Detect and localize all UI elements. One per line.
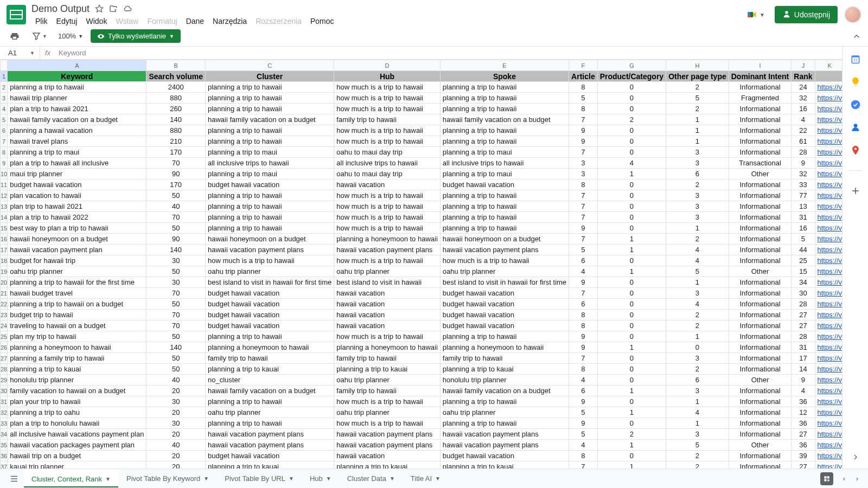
cell[interactable]: Informational <box>729 353 792 364</box>
cell[interactable]: Informational <box>729 418 792 429</box>
cell[interactable]: planning a trip to hawaii <box>206 331 334 342</box>
cell[interactable]: budget trip to hawaii <box>8 310 146 320</box>
cell[interactable]: 25 <box>792 255 815 266</box>
cell[interactable]: 1 <box>666 114 729 125</box>
cell[interactable]: hawaii vacation <box>334 179 440 190</box>
cell[interactable]: https://v <box>815 234 842 245</box>
cell[interactable]: planning a trip to hawaii <box>206 136 334 147</box>
cell[interactable]: https://v <box>815 114 842 125</box>
cell[interactable]: Other <box>729 440 792 451</box>
cell[interactable]: 4 <box>569 266 598 277</box>
menu-extensions[interactable]: Rozszerzenia <box>252 16 305 27</box>
cell[interactable]: 31 <box>792 212 815 223</box>
cell[interactable]: oahu trip planner <box>206 407 334 418</box>
cell[interactable]: 0 <box>597 364 666 375</box>
chevron-down-icon[interactable]: ▼ <box>435 476 441 481</box>
sheet-tab[interactable]: Cluster, Context, Rank▼ <box>24 470 119 487</box>
cell[interactable]: 4 <box>569 375 598 386</box>
cell[interactable]: 9 <box>569 277 598 288</box>
cell[interactable]: 90 <box>146 169 206 179</box>
cell[interactable]: 0 <box>597 255 666 266</box>
cell[interactable]: 16 <box>792 223 815 234</box>
row-header[interactable]: 3 <box>1 93 8 104</box>
cell[interactable]: how much is a trip to hawaii <box>334 331 440 342</box>
cell[interactable]: 5 <box>666 93 729 104</box>
cell[interactable]: 170 <box>146 179 206 190</box>
cell[interactable]: 70 <box>146 212 206 223</box>
cell[interactable]: planning a trip to hawaii <box>440 104 569 114</box>
cell[interactable]: Informational <box>729 342 792 353</box>
cell[interactable]: hawaii honeymoon on a budget <box>440 234 569 245</box>
cell[interactable]: Informational <box>729 114 792 125</box>
column-header[interactable]: I <box>729 60 792 71</box>
cell[interactable]: 28 <box>792 331 815 342</box>
cell[interactable]: https://v <box>815 375 842 386</box>
cell[interactable]: plan trip to hawaii 2021 <box>8 201 146 212</box>
cell[interactable]: 9 <box>569 136 598 147</box>
cell[interactable]: https://v <box>815 158 842 169</box>
cell[interactable]: plan a trip to hawaii 2022 <box>8 212 146 223</box>
row-header[interactable]: 16 <box>1 234 8 245</box>
cell[interactable]: 30 <box>146 396 206 407</box>
cell[interactable]: all inclusive trips to hawaii <box>440 158 569 169</box>
cell[interactable]: 9 <box>569 331 598 342</box>
menu-insert[interactable]: Wstaw <box>112 16 142 27</box>
cell[interactable]: planning a trip to kauai <box>206 461 334 469</box>
calendar-icon[interactable]: 31 <box>850 53 861 65</box>
cell[interactable]: https://v <box>815 201 842 212</box>
cell[interactable]: honolulu trip planner <box>440 375 569 386</box>
cell[interactable]: Informational <box>729 136 792 147</box>
cell[interactable]: 6 <box>666 375 729 386</box>
tasks-icon[interactable] <box>850 99 861 111</box>
cell[interactable]: 34 <box>792 277 815 288</box>
view-only-button[interactable]: Tylko wyświetlanie ▼ <box>91 29 181 43</box>
cell[interactable]: 260 <box>146 104 206 114</box>
cell[interactable]: budget hawaii vacation <box>440 288 569 299</box>
cell[interactable]: 3 <box>666 147 729 158</box>
chevron-down-icon[interactable]: ▼ <box>326 476 331 481</box>
cell[interactable]: 1 <box>666 125 729 136</box>
cell[interactable]: hawaii vacation <box>334 320 440 331</box>
cell[interactable]: https://v <box>815 104 842 114</box>
cell[interactable]: Informational <box>729 223 792 234</box>
cell[interactable]: budget hawaii vacation <box>206 451 334 461</box>
row-header[interactable]: 8 <box>1 147 8 158</box>
column-header[interactable]: B <box>146 60 206 71</box>
cell[interactable]: https://v <box>815 364 842 375</box>
cell[interactable]: planning a trip to kauai <box>334 461 440 469</box>
cell[interactable]: 1 <box>666 418 729 429</box>
cell[interactable]: 4 <box>597 158 666 169</box>
cell[interactable]: 61 <box>792 136 815 147</box>
cell[interactable]: 40 <box>146 375 206 386</box>
row-header[interactable]: 32 <box>1 407 8 418</box>
row-header[interactable]: 28 <box>1 364 8 375</box>
cell[interactable]: best island to visit in hawaii <box>334 277 440 288</box>
cell[interactable]: https://v <box>815 353 842 364</box>
cell[interactable]: 0 <box>597 190 666 201</box>
cell[interactable]: Informational <box>729 461 792 469</box>
cell[interactable]: 0 <box>597 320 666 331</box>
cell[interactable]: planning a trip to hawaii on a budget <box>8 299 146 310</box>
cell[interactable]: 1 <box>666 136 729 147</box>
row-header[interactable]: 21 <box>1 288 8 299</box>
cell[interactable]: 8 <box>569 82 598 93</box>
cell[interactable]: oahu to maui day trip <box>334 169 440 179</box>
cell[interactable]: hawaii vacation <box>334 288 440 299</box>
cell[interactable]: planning a trip to hawaii <box>8 82 146 93</box>
cell[interactable]: 1 <box>666 396 729 407</box>
cell[interactable]: planning a trip to hawaii <box>206 396 334 407</box>
menu-data[interactable]: Dane <box>182 16 208 27</box>
cell[interactable]: 9 <box>569 223 598 234</box>
name-box[interactable]: A1 <box>0 49 25 57</box>
cell[interactable]: 3 <box>666 212 729 223</box>
cell[interactable]: budget hawaii vacation <box>440 310 569 320</box>
cell[interactable]: hawaii travel plans <box>8 136 146 147</box>
cell[interactable]: 36 <box>792 440 815 451</box>
contacts-icon[interactable] <box>850 121 861 133</box>
cell[interactable]: planning a honeymoon to hawaii <box>8 342 146 353</box>
cell[interactable]: planning a trip to hawaii <box>206 418 334 429</box>
collapse-toolbar-icon[interactable] <box>852 31 861 41</box>
row-header[interactable]: 34 <box>1 429 8 440</box>
cell[interactable]: planning a trip to hawaii <box>206 212 334 223</box>
row-header[interactable]: 22 <box>1 299 8 310</box>
